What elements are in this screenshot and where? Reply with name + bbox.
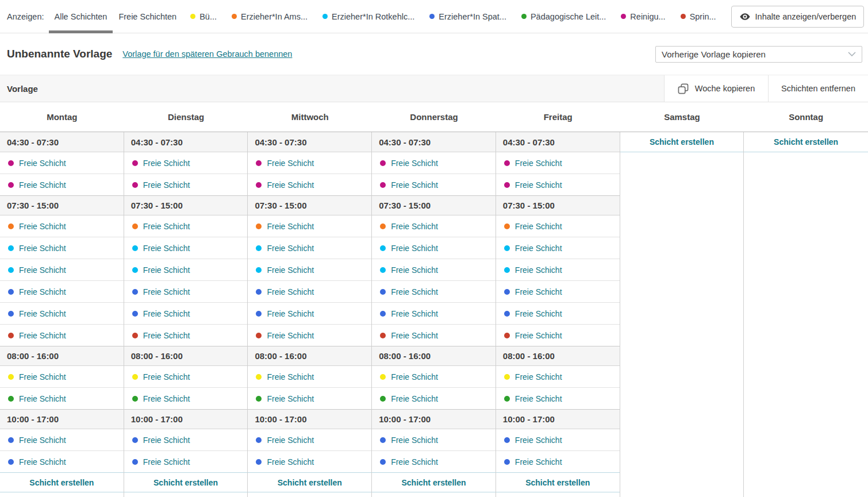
free-shift-item[interactable]: Freie Schicht — [248, 237, 371, 259]
free-shift-item[interactable]: Freie Schicht — [248, 325, 371, 346]
anzeigen-label: Anzeigen: — [7, 12, 44, 21]
shift-color-dot — [132, 182, 138, 188]
time-header: 04:30 - 07:30 — [248, 132, 371, 152]
free-shift-item[interactable]: Freie Schicht — [496, 388, 620, 410]
free-shift-item[interactable]: Freie Schicht — [496, 429, 620, 451]
free-shift-item[interactable]: Freie Schicht — [124, 174, 248, 196]
free-shift-item[interactable]: Freie Schicht — [372, 174, 496, 196]
free-shift-item[interactable]: Freie Schicht — [248, 259, 371, 281]
legend-item[interactable]: Sprin... — [681, 12, 716, 21]
free-shift-item[interactable]: Freie Schicht — [124, 325, 248, 346]
day-column-freitag: 04:30 - 07:30Freie SchichtFreie Schicht0… — [496, 132, 620, 497]
free-shift-item[interactable]: Freie Schicht — [372, 388, 496, 410]
free-shift-item[interactable]: Freie Schicht — [372, 215, 496, 237]
eye-icon — [739, 11, 751, 22]
create-shift-button[interactable]: Schicht erstellen — [372, 472, 496, 492]
free-shift-item[interactable]: Freie Schicht — [496, 281, 620, 303]
free-shift-item[interactable]: Freie Schicht — [124, 281, 248, 303]
free-shift-item[interactable]: Freie Schicht — [372, 451, 496, 473]
free-shift-item[interactable]: Freie Schicht — [248, 388, 371, 410]
free-shift-item[interactable]: Freie Schicht — [124, 388, 248, 410]
create-shift-button[interactable]: Schicht erstellen — [124, 472, 248, 492]
free-shift-item[interactable]: Freie Schicht — [248, 451, 371, 473]
free-shift-item[interactable]: Freie Schicht — [248, 366, 371, 388]
free-shift-item[interactable]: Freie Schicht — [248, 174, 371, 196]
free-shift-label: Freie Schicht — [391, 159, 438, 168]
create-shift-button[interactable]: Schicht erstellen — [620, 132, 744, 152]
create-shift-button[interactable]: Schicht erstellen — [744, 132, 868, 152]
free-shift-item[interactable]: Freie Schicht — [372, 281, 496, 303]
free-shift-item[interactable]: Freie Schicht — [0, 388, 124, 410]
free-shift-item[interactable]: Freie Schicht — [248, 303, 371, 325]
tab-alle-schichten[interactable]: Alle Schichten — [49, 0, 113, 33]
free-shift-item[interactable]: Freie Schicht — [496, 303, 620, 325]
free-shift-item[interactable]: Freie Schicht — [496, 152, 620, 174]
free-shift-item[interactable]: Freie Schicht — [496, 325, 620, 346]
free-shift-item[interactable]: Freie Schicht — [496, 237, 620, 259]
shift-color-dot — [256, 333, 262, 338]
remove-shifts-button[interactable]: Schichten entfernen — [768, 75, 868, 102]
free-shift-item[interactable]: Freie Schicht — [496, 259, 620, 281]
free-shift-item[interactable]: Freie Schicht — [124, 451, 248, 473]
free-shift-item[interactable]: Freie Schicht — [0, 325, 124, 346]
free-shift-item[interactable]: Freie Schicht — [0, 366, 124, 388]
free-shift-item[interactable]: Freie Schicht — [0, 152, 124, 174]
free-shift-label: Freie Schicht — [143, 222, 190, 231]
free-shift-item[interactable]: Freie Schicht — [124, 215, 248, 237]
free-shift-item[interactable]: Freie Schicht — [248, 429, 371, 451]
copy-previous-template-dropdown[interactable]: Vorherige Vorlage kopieren — [655, 46, 862, 63]
legend-item[interactable]: Erzieher*In Spat... — [429, 12, 506, 21]
free-shift-item[interactable]: Freie Schicht — [496, 366, 620, 388]
legend-item[interactable]: Reinigu... — [621, 12, 665, 21]
free-shift-item[interactable]: Freie Schicht — [496, 451, 620, 473]
free-shift-item[interactable]: Freie Schicht — [372, 325, 496, 346]
shift-color-dot — [132, 459, 138, 465]
free-shift-item[interactable]: Freie Schicht — [124, 429, 248, 451]
day-column-sonntag: Schicht erstellen — [744, 132, 868, 497]
free-shift-item[interactable]: Freie Schicht — [248, 215, 371, 237]
free-shift-item[interactable]: Freie Schicht — [0, 303, 124, 325]
free-shift-item[interactable]: Freie Schicht — [0, 259, 124, 281]
toggle-content-button[interactable]: Inhalte anzeigen/verbergen — [731, 6, 865, 28]
rename-template-link[interactable]: Vorlage für den späteren Gebrauch benenn… — [122, 49, 292, 59]
free-shift-item[interactable]: Freie Schicht — [496, 174, 620, 196]
free-shift-item[interactable]: Freie Schicht — [372, 259, 496, 281]
free-shift-item[interactable]: Freie Schicht — [248, 152, 371, 174]
legend-item[interactable]: Pädagogische Leit... — [521, 12, 606, 21]
free-shift-item[interactable]: Freie Schicht — [372, 152, 496, 174]
free-shift-item[interactable]: Freie Schicht — [124, 237, 248, 259]
free-shift-item[interactable]: Freie Schicht — [0, 237, 124, 259]
free-shift-label: Freie Schicht — [267, 287, 314, 296]
legend-label: Erzieher*In Spat... — [439, 12, 506, 21]
free-shift-item[interactable]: Freie Schicht — [124, 259, 248, 281]
tab-label: Alle Schichten — [55, 12, 107, 21]
day-header-sonntag: Sonntag — [744, 112, 868, 122]
create-shift-button[interactable]: Schicht erstellen — [0, 472, 124, 492]
shift-color-dot — [256, 459, 262, 465]
create-shift-button[interactable]: Schicht erstellen — [496, 472, 620, 492]
free-shift-item[interactable]: Freie Schicht — [372, 366, 496, 388]
tab-freie-schichten[interactable]: Freie Schichten — [113, 0, 182, 33]
legend-item[interactable]: Erzieher*In Ams... — [232, 12, 308, 21]
legend-item[interactable]: Bü... — [190, 12, 217, 21]
legend-item[interactable]: Erzieher*In Rotkehlc... — [322, 12, 414, 21]
toolbar-buttons: Woche kopieren Schichten entfernen — [664, 75, 868, 102]
free-shift-item[interactable]: Freie Schicht — [248, 281, 371, 303]
free-shift-item[interactable]: Freie Schicht — [124, 303, 248, 325]
free-shift-item[interactable]: Freie Schicht — [0, 429, 124, 451]
free-shift-item[interactable]: Freie Schicht — [124, 152, 248, 174]
free-shift-item[interactable]: Freie Schicht — [372, 303, 496, 325]
shift-color-dot — [132, 374, 138, 380]
free-shift-item[interactable]: Freie Schicht — [124, 366, 248, 388]
free-shift-item[interactable]: Freie Schicht — [0, 174, 124, 196]
free-shift-label: Freie Schicht — [391, 394, 438, 403]
free-shift-item[interactable]: Freie Schicht — [372, 429, 496, 451]
free-shift-item[interactable]: Freie Schicht — [372, 237, 496, 259]
free-shift-item[interactable]: Freie Schicht — [0, 281, 124, 303]
free-shift-item[interactable]: Freie Schicht — [0, 215, 124, 237]
free-shift-item[interactable]: Freie Schicht — [496, 215, 620, 237]
free-shift-item[interactable]: Freie Schicht — [0, 451, 124, 473]
copy-week-button[interactable]: Woche kopieren — [664, 75, 768, 102]
create-shift-button[interactable]: Schicht erstellen — [248, 472, 371, 492]
free-shift-label: Freie Schicht — [515, 436, 562, 445]
